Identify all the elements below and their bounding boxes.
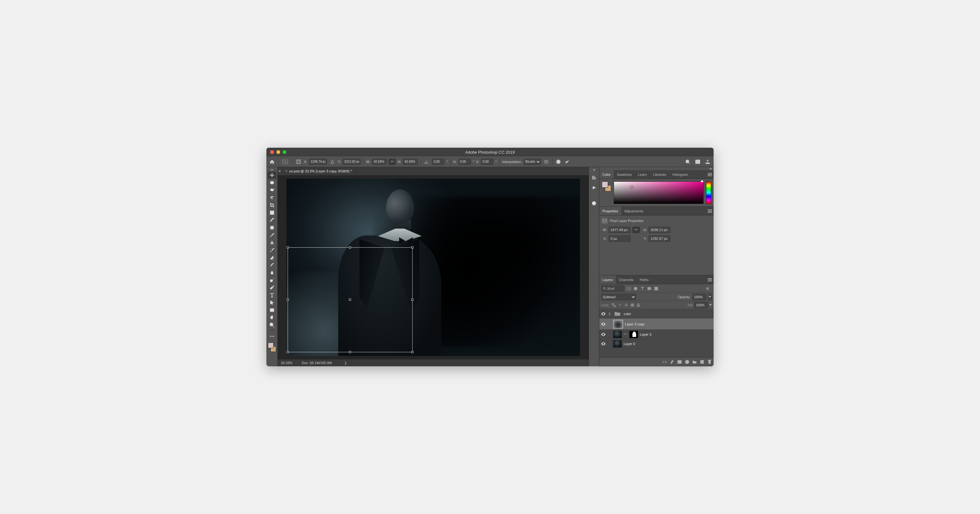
gradient-tool[interactable] (268, 261, 277, 269)
filter-toggle[interactable] (705, 286, 712, 291)
pen-tool[interactable] (268, 284, 277, 291)
actions-icon[interactable] (590, 184, 598, 191)
commit-transform-button[interactable] (564, 158, 571, 165)
layer-thumbnail[interactable] (613, 320, 623, 328)
tabbar-collapse-icon[interactable] (278, 167, 282, 175)
lasso-tool[interactable] (268, 186, 277, 194)
eraser-tool[interactable] (268, 254, 277, 261)
color-panel-menu-icon[interactable] (706, 170, 714, 178)
lock-image-icon[interactable] (618, 303, 622, 307)
adjustments-tab[interactable]: Adjustments (621, 207, 646, 215)
properties-menu-icon[interactable] (706, 207, 714, 215)
transform-mode-icon[interactable] (282, 158, 289, 165)
link-layers-button[interactable] (662, 360, 667, 364)
prop-w-input[interactable] (609, 227, 630, 233)
visibility-toggle[interactable] (601, 332, 606, 337)
minimize-button[interactable] (277, 150, 280, 154)
status-menu-icon[interactable]: ❯ (344, 361, 347, 365)
fg-chip[interactable] (602, 181, 608, 188)
canvas[interactable] (286, 178, 580, 356)
clone-stamp-tool[interactable] (268, 239, 277, 247)
history-brush-tool[interactable] (268, 247, 277, 254)
angle-input[interactable] (432, 159, 444, 165)
maximize-button[interactable] (283, 150, 286, 154)
filter-adjust-icon[interactable] (633, 286, 638, 291)
libraries-tab[interactable]: Libraries (650, 170, 669, 178)
blend-mode-select[interactable]: Subtract (601, 294, 636, 300)
layer-name[interactable]: color (624, 312, 631, 316)
close-tab-icon[interactable]: × (285, 169, 287, 173)
home-button[interactable] (269, 159, 275, 165)
layer-row-group[interactable]: ❯ color (599, 309, 714, 318)
histogram-tab[interactable]: Histogram (669, 170, 691, 178)
opacity-input[interactable] (692, 294, 706, 300)
filter-type-icon[interactable] (640, 286, 645, 291)
opacity-dropdown-icon[interactable] (708, 294, 712, 300)
crop-tool[interactable] (268, 201, 277, 209)
visibility-toggle[interactable] (601, 342, 606, 346)
channels-tab[interactable]: Channels (616, 275, 636, 284)
doc-info[interactable]: Doc: 58.1M/165.9M (302, 361, 332, 365)
document-tab[interactable]: × un.psd @ 33.3% (Layer 3 copy, RGB/8) * (282, 167, 356, 175)
interp-select[interactable]: Bicubic (524, 159, 541, 165)
layer-thumbnail[interactable] (613, 340, 622, 348)
h-input[interactable] (403, 159, 418, 165)
visibility-toggle[interactable] (601, 322, 606, 326)
eyedropper-tool[interactable] (268, 216, 277, 224)
lock-artboard-icon[interactable] (630, 303, 634, 307)
visibility-toggle[interactable] (601, 312, 606, 316)
shape-tool[interactable] (268, 306, 277, 314)
color-tab[interactable]: Color (599, 170, 614, 178)
properties-tab[interactable]: Properties (599, 207, 621, 215)
marquee-tool[interactable] (268, 179, 277, 186)
y-input[interactable] (343, 159, 361, 165)
layer-row-selected[interactable]: Layer 3 copy (599, 318, 714, 330)
quick-select-tool[interactable] (268, 194, 277, 201)
adjustment-layer-button[interactable] (685, 360, 689, 364)
dodge-tool[interactable] (268, 276, 277, 284)
prop-link-button[interactable] (632, 227, 640, 233)
disclosure-icon[interactable]: ❯ (608, 312, 611, 315)
filter-pixel-icon[interactable] (626, 286, 631, 291)
delete-layer-button[interactable] (707, 360, 712, 364)
filter-shape-icon[interactable] (647, 286, 652, 291)
share-button[interactable] (704, 158, 711, 165)
toolbar-collapse-icon[interactable] (266, 168, 277, 172)
color-field[interactable] (614, 181, 703, 204)
prop-x-input[interactable] (609, 236, 630, 242)
w-input[interactable] (372, 159, 387, 165)
x-input[interactable] (309, 159, 327, 165)
prop-h-input[interactable] (649, 227, 670, 233)
close-button[interactable] (270, 150, 274, 154)
layers-menu-icon[interactable] (706, 275, 714, 284)
move-tool[interactable] (268, 172, 277, 179)
color-chips[interactable] (602, 181, 611, 191)
learn-tab[interactable]: Learn (635, 170, 650, 178)
mask-link-icon[interactable] (624, 333, 627, 336)
layer-name[interactable]: Layer 3 copy (625, 322, 644, 326)
zoom-readout[interactable]: 33.33% (281, 361, 292, 365)
layer-mask-button[interactable] (678, 360, 682, 364)
layer-row[interactable]: Layer 0 (599, 339, 714, 349)
smudge-tool[interactable] (268, 269, 277, 276)
color-swatches[interactable] (267, 342, 277, 352)
edit-toolbar-button[interactable] (268, 333, 277, 340)
new-group-button[interactable] (692, 360, 697, 364)
skew-h-input[interactable] (458, 159, 471, 165)
brush-settings-icon[interactable] (590, 174, 598, 181)
lock-position-icon[interactable] (624, 303, 628, 307)
layer-filter-kind[interactable]: Kind (601, 285, 624, 292)
reference-point-icon[interactable] (295, 158, 302, 165)
fill-input[interactable] (694, 302, 708, 308)
layer-name[interactable]: Layer 0 (624, 342, 635, 346)
type-tool[interactable] (268, 291, 277, 299)
delta-icon[interactable] (329, 158, 336, 165)
fill-dropdown-icon[interactable] (709, 304, 712, 306)
canvas-area[interactable] (278, 175, 589, 360)
new-layer-button[interactable] (700, 360, 704, 364)
workspace-button[interactable] (694, 158, 701, 165)
zoom-tool[interactable] (268, 321, 277, 329)
lock-all-icon[interactable] (637, 303, 640, 307)
layer-thumbnail[interactable] (613, 331, 622, 338)
navigator-icon[interactable] (590, 199, 598, 207)
